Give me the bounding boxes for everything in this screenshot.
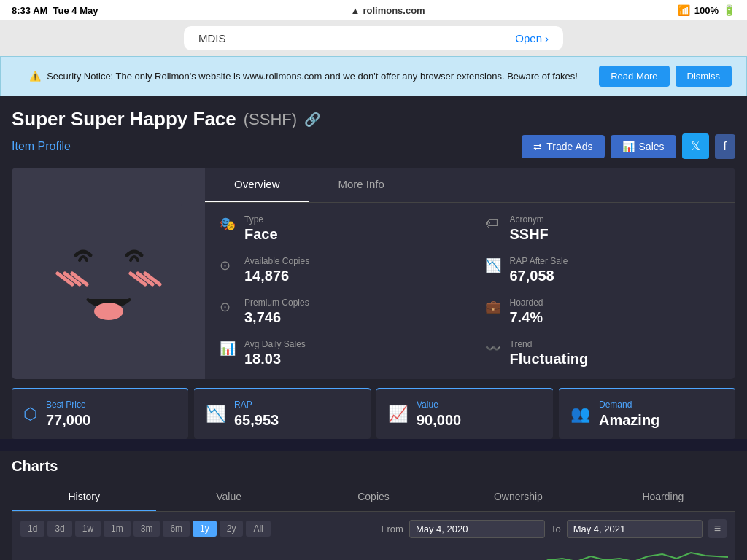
copies-icon: ⊙ xyxy=(220,257,236,273)
stats-left: 🎭 Type Face ⊙ Available Copies 14,876 xyxy=(205,203,471,379)
wifi-icon: 📶 xyxy=(678,4,690,16)
stats-content: 🎭 Type Face ⊙ Available Copies 14,876 xyxy=(205,203,735,379)
item-image-area xyxy=(12,168,205,379)
stats-right: 🏷 Acronym SSHF 📉 RAP After Sale 67,058 xyxy=(471,203,736,379)
time-btn-all[interactable]: All xyxy=(246,521,270,537)
date-range: From To ≡ xyxy=(373,519,735,538)
chart-svg xyxy=(19,545,728,560)
time-btn-1y[interactable]: 1y xyxy=(193,521,217,537)
twitter-button[interactable]: 𝕏 xyxy=(682,133,709,159)
rap-card-icon: 📉 xyxy=(206,405,225,424)
url-bar[interactable]: MDIS Open › xyxy=(184,26,563,50)
dismiss-button[interactable]: Dismiss xyxy=(676,66,732,87)
chart-tabs: History Value Copies Ownership Hoarding xyxy=(12,483,735,512)
chart-area xyxy=(12,545,735,560)
svg-point-7 xyxy=(94,303,123,320)
warning-icon: ⚠️ xyxy=(29,71,41,82)
action-buttons: ⇄ Trade Ads 📊 Sales 𝕏 f xyxy=(522,133,735,159)
info-panel: Overview More Info 🎭 Type Face ⊙ xyxy=(12,168,735,379)
twitter-icon: 𝕏 xyxy=(691,140,700,152)
best-price-icon: ⬡ xyxy=(23,405,37,424)
trade-ads-button[interactable]: ⇄ Trade Ads xyxy=(522,135,604,158)
chart-tab-copies[interactable]: Copies xyxy=(301,483,446,511)
security-notice-buttons: Read More Dismiss xyxy=(599,66,732,87)
type-icon: 🎭 xyxy=(220,216,236,232)
stat-trend: 〰️ Trend Fluctuating xyxy=(485,339,721,368)
stats-area: Overview More Info 🎭 Type Face ⊙ xyxy=(205,168,735,379)
to-date-input[interactable] xyxy=(567,520,703,538)
sshf-face-image xyxy=(36,201,182,346)
time-btn-6m[interactable]: 6m xyxy=(163,521,190,537)
stat-card-rap: 📉 RAP 65,953 xyxy=(194,388,371,439)
charts-title: Charts xyxy=(12,458,735,475)
chart-tab-value[interactable]: Value xyxy=(156,483,301,511)
time-btn-2y[interactable]: 2y xyxy=(220,521,244,537)
stat-hoarded: 💼 Hoarded 7.4% xyxy=(485,298,721,326)
sales-icon: 📊 xyxy=(622,141,635,152)
link-icon[interactable]: 🔗 xyxy=(304,112,320,128)
security-notice: ⚠️ Security Notice: The only Rolimon's w… xyxy=(0,56,747,96)
item-profile-row: Item Profile ⇄ Trade Ads 📊 Sales 𝕏 f xyxy=(12,133,735,159)
item-title-row: Super Super Happy Face (SSHF) 🔗 xyxy=(12,108,735,131)
sales-button[interactable]: 📊 Sales xyxy=(611,135,676,158)
facebook-button[interactable]: f xyxy=(715,134,735,159)
main-content: Super Super Happy Face (SSHF) 🔗 Item Pro… xyxy=(0,96,747,439)
tab-overview[interactable]: Overview xyxy=(205,168,309,202)
premium-icon: ⊙ xyxy=(220,299,236,315)
to-label: To xyxy=(551,524,561,534)
value-card-icon: 📈 xyxy=(388,405,408,424)
security-notice-text: ⚠️ Security Notice: The only Rolimon's w… xyxy=(15,71,592,82)
item-name: Super Super Happy Face xyxy=(12,108,236,131)
time-buttons: 1d 3d 1w 1m 3m 6m 1y 2y All xyxy=(12,521,279,537)
stat-acronym: 🏷 Acronym SSHF xyxy=(485,214,721,243)
browser-bar: MDIS Open › xyxy=(0,20,747,56)
from-date-input[interactable] xyxy=(409,520,545,538)
trade-ads-icon: ⇄ xyxy=(533,141,542,152)
chart-tab-hoarding[interactable]: Hoarding xyxy=(591,483,735,511)
open-button[interactable]: Open › xyxy=(515,32,549,44)
time-btn-1w[interactable]: 1w xyxy=(75,521,101,537)
stat-avg-daily-sales: 📊 Avg Daily Sales 18.03 xyxy=(220,339,456,368)
tag-icon: 🏷 xyxy=(485,216,501,231)
stat-card-best-price: ⬡ Best Price 77,000 xyxy=(12,388,188,439)
demand-card-icon: 👥 xyxy=(570,405,590,424)
time-btn-1m[interactable]: 1m xyxy=(104,521,131,537)
charts-section: Charts History Value Copies Ownership Ho… xyxy=(0,451,747,560)
status-bar: 8:33 AM Tue 4 May ▲ rolimons.com 📶 100% … xyxy=(0,0,747,20)
chevron-right-icon: › xyxy=(545,32,549,44)
stat-available-copies: ⊙ Available Copies 14,876 xyxy=(220,256,456,284)
chart-menu-button[interactable]: ≡ xyxy=(708,519,727,538)
bottom-stats: ⬡ Best Price 77,000 📉 RAP 65,953 📈 Value… xyxy=(12,388,735,439)
item-acronym-display: (SSHF) xyxy=(244,110,297,129)
chart-tab-history[interactable]: History xyxy=(12,483,156,511)
sales-bar-icon: 📊 xyxy=(220,341,236,357)
time-btn-3m[interactable]: 3m xyxy=(133,521,160,537)
stat-premium-copies: ⊙ Premium Copies 3,746 xyxy=(220,298,456,326)
time-btn-1d[interactable]: 1d xyxy=(20,521,44,537)
stat-type: 🎭 Type Face xyxy=(220,214,456,243)
status-right: 📶 100% 🔋 xyxy=(678,4,735,16)
stat-card-value: 📈 Value 90,000 xyxy=(376,388,553,439)
stat-rap-after-sale: 📉 RAP After Sale 67,058 xyxy=(485,256,721,284)
tabs-row: Overview More Info xyxy=(205,168,735,203)
item-profile-label: Item Profile xyxy=(12,140,71,153)
read-more-button[interactable]: Read More xyxy=(599,66,669,87)
from-label: From xyxy=(382,524,403,534)
trend-icon: 〰️ xyxy=(485,341,501,357)
tab-more-info[interactable]: More Info xyxy=(309,168,414,202)
facebook-icon: f xyxy=(724,140,727,152)
status-time: 8:33 AM Tue 4 May xyxy=(12,5,98,16)
status-url: ▲ rolimons.com xyxy=(351,5,425,16)
chart-tab-ownership[interactable]: Ownership xyxy=(446,483,590,511)
stat-card-demand: 👥 Demand Amazing xyxy=(559,388,735,439)
chart-controls: 1d 3d 1w 1m 3m 6m 1y 2y All From To ≡ xyxy=(12,512,735,545)
url-text: MDIS xyxy=(198,32,226,44)
time-btn-3d[interactable]: 3d xyxy=(47,521,71,537)
battery-icon: 🔋 xyxy=(723,4,735,16)
hoard-icon: 💼 xyxy=(485,299,501,315)
rap-icon: 📉 xyxy=(485,257,501,273)
